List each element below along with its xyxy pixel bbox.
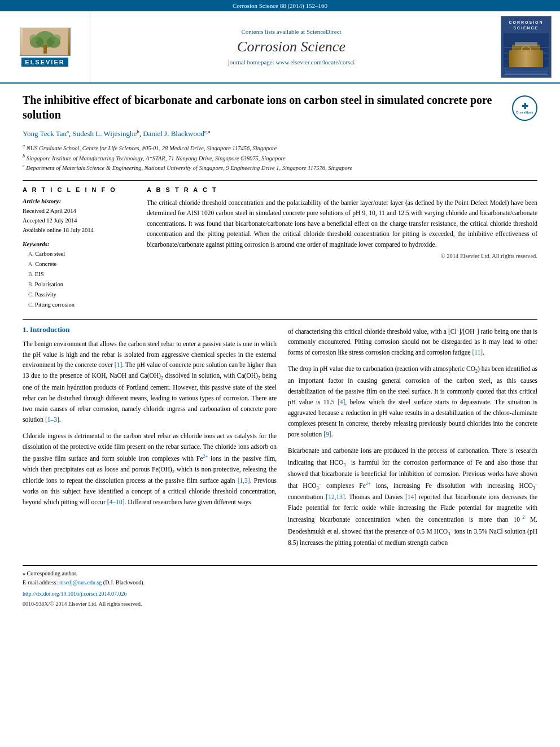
keyword-4: B. Polarisation — [23, 279, 135, 290]
corresponding-marker: ⁎ — [208, 129, 211, 134]
header-divider — [23, 180, 537, 181]
keyword-1: A. Carbon steel — [23, 249, 135, 259]
authors-line: Yong Teck Tana, Sudesh L. Wijesingheb, D… — [23, 129, 537, 138]
right-paragraph-1: of characterising this critical chloride… — [288, 325, 537, 359]
keyword-3: B. EIS — [23, 269, 135, 279]
body-right-col: of characterising this critical chloride… — [288, 325, 537, 554]
crossmark-badge[interactable]: ✚ CrossMark — [512, 95, 537, 121]
article-info-heading: A R T I C L E I N F O — [23, 186, 135, 193]
received-date: Received 2 April 2014 — [23, 207, 135, 216]
available-date: Available online 18 July 2014 — [23, 226, 135, 235]
intro-paragraph-1: The benign environment that allows the c… — [23, 339, 277, 425]
author-b[interactable]: Sudesh L. Wijesinghe — [73, 129, 137, 138]
keyword-5: C. Passivity — [23, 290, 135, 300]
email-address[interactable]: msedj@nus.edu.sg — [59, 579, 102, 586]
svg-point-5 — [29, 34, 38, 42]
issn-line: 0010-938X/© 2014 Elsevier Ltd. All right… — [23, 600, 537, 609]
affiliation-b: b Singapore Institute of Manufacturing T… — [23, 153, 537, 163]
introduction-heading: 1. Introduction — [23, 325, 277, 334]
article-info-col: A R T I C L E I N F O Article history: R… — [23, 186, 135, 309]
doi-link[interactable]: http://dx.doi.org/10.1016/j.corsci.2014.… — [23, 589, 537, 599]
right-paragraph-2: The drop in pH value due to carbonation … — [288, 364, 537, 439]
keyword-2: A. Concrete — [23, 259, 135, 269]
body-section: 1. Introduction The benign environment t… — [23, 325, 537, 554]
main-content: The inhibitive effect of bicarbonate and… — [0, 84, 560, 618]
keywords-label: Keywords: — [23, 241, 135, 247]
corresponding-author-note: ⁎ Corresponding author. — [23, 569, 537, 578]
affiliations: a NUS Graduate School, Centre for Life S… — [23, 143, 537, 172]
author-a[interactable]: Yong Teck Tan — [23, 129, 67, 138]
abstract-col: A B S T R A C T The critical chloride th… — [147, 186, 537, 309]
footnotes: ⁎ Corresponding author. E-mail address: … — [23, 565, 537, 609]
author-c[interactable]: Daniel J. Blackwood — [143, 129, 204, 138]
abstract-heading: A B S T R A C T — [147, 186, 537, 193]
affiliation-a: a NUS Graduate School, Centre for Life S… — [23, 143, 537, 152]
intro-paragraph-2: Chloride ingress is detrimental to the c… — [23, 431, 277, 508]
journal-cover-image: CORROSIONSCIENCE — [501, 16, 552, 78]
journal-homepage: journal homepage: www.elsevier.com/locat… — [228, 59, 355, 65]
svg-rect-7 — [504, 33, 549, 67]
crossmark-symbol: ✚ — [522, 103, 528, 111]
journal-cover-area: CORROSIONSCIENCE — [492, 11, 560, 82]
svg-rect-4 — [43, 45, 47, 54]
keyword-6: C. Pitting corrosion — [23, 300, 135, 310]
elsevier-wordmark: ELSEVIER — [21, 58, 68, 67]
article-history-label: Article history: — [23, 198, 135, 204]
cover-artwork — [504, 33, 549, 67]
body-left-col: 1. Introduction The benign environment t… — [23, 325, 277, 554]
journal-header: ELSEVIER Contents lists available at Sci… — [0, 11, 560, 84]
article-title: The inhibitive effect of bicarbonate and… — [23, 93, 506, 122]
sciencedirect-link[interactable]: ScienceDirect — [307, 28, 342, 35]
svg-point-6 — [52, 34, 61, 42]
info-abstract-section: A R T I C L E I N F O Article history: R… — [23, 186, 537, 309]
accepted-date: Accepted 12 July 2014 — [23, 216, 135, 226]
abstract-text: The critical chloride threshold concentr… — [147, 198, 537, 250]
journal-info-center: Contents lists available at ScienceDirec… — [90, 11, 492, 82]
article-title-section: The inhibitive effect of bicarbonate and… — [23, 93, 537, 122]
email-line: E-mail address: msedj@nus.edu.sg (D.J. B… — [23, 578, 537, 587]
crossmark-label: CrossMark — [516, 111, 533, 114]
cover-lines-decor — [501, 72, 551, 75]
cover-title-text: CORROSIONSCIENCE — [509, 20, 543, 31]
copyright-notice: © 2014 Elsevier Ltd. All rights reserved… — [147, 253, 537, 259]
affiliation-c: c Department of Materials Science & Engi… — [23, 163, 537, 172]
publisher-logo-area: ELSEVIER — [0, 11, 90, 82]
elsevier-tree-image — [20, 28, 71, 56]
journal-citation: Corrosion Science 88 (2014) 152–160 — [233, 2, 327, 9]
elsevier-logo: ELSEVIER — [20, 28, 71, 67]
journal-title: Corrosion Science — [237, 38, 345, 55]
email-attribution: (D.J. Blackwood). — [103, 579, 145, 586]
body-divider — [23, 319, 537, 320]
top-bar: Corrosion Science 88 (2014) 152–160 — [0, 0, 560, 11]
sciencedirect-line: Contents lists available at ScienceDirec… — [241, 28, 341, 35]
right-paragraph-3: Bicarbonate and carbonate ions are produ… — [288, 445, 537, 549]
